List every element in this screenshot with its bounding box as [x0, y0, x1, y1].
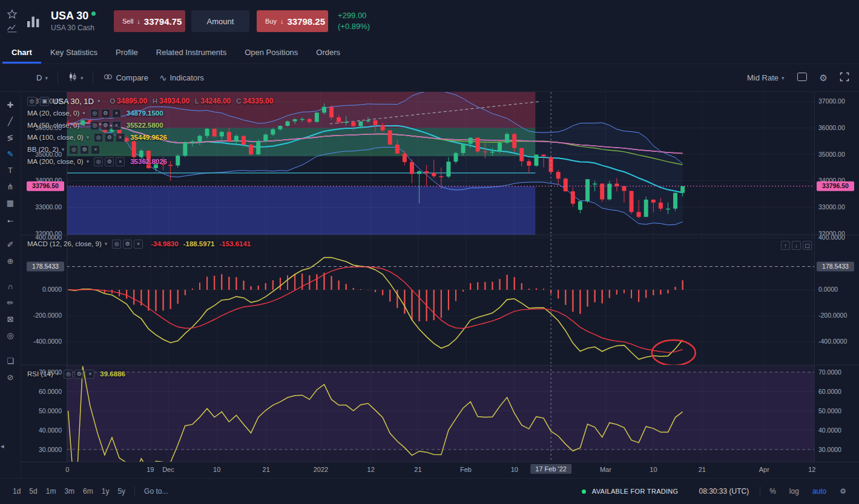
price-panel: 37000.0037000.0036000.0036000.0035000.00…: [21, 92, 859, 235]
range-5y-button[interactable]: 5y: [113, 485, 130, 498]
arrow-left-tool[interactable]: ←: [2, 211, 18, 227]
range-1m-button[interactable]: 1m: [42, 485, 61, 498]
chevron-down-icon[interactable]: ▾: [62, 146, 65, 152]
forecast-tool[interactable]: ▦: [2, 195, 18, 211]
goto-button[interactable]: Go to...: [140, 485, 172, 498]
range-1d-button[interactable]: 1d: [8, 485, 25, 498]
magnet-tool[interactable]: ∩: [2, 278, 18, 294]
indicator-settings-icon[interactable]: ⚙: [123, 240, 132, 249]
crosshair-tool[interactable]: ✚: [2, 97, 18, 113]
measure-tool[interactable]: ✐: [2, 237, 18, 252]
auto-scale-button[interactable]: auto: [808, 485, 831, 498]
pane-up-button[interactable]: ↑: [781, 241, 790, 250]
range-3m-button[interactable]: 3m: [60, 485, 79, 498]
lock-drawings-tool[interactable]: ⊠: [2, 311, 18, 327]
visibility-toggle-icon[interactable]: ◎: [64, 370, 73, 379]
bottom-settings-gear-icon[interactable]: ⚙: [835, 485, 851, 498]
eye-icon[interactable]: ◎: [27, 97, 36, 106]
remove-indicator-icon[interactable]: ×: [112, 121, 121, 130]
text-tool[interactable]: T: [2, 162, 18, 178]
mid-rate-select[interactable]: Mid Rate ▾: [746, 71, 786, 85]
chart-type-select[interactable]: ▾: [67, 70, 85, 86]
svg-text:30.0000: 30.0000: [39, 446, 62, 453]
remove-indicator-icon[interactable]: ×: [116, 157, 125, 166]
chevron-down-icon[interactable]: ▾: [82, 110, 85, 116]
zoom-in-tool[interactable]: ⊕: [2, 253, 18, 269]
indicator-settings-icon[interactable]: ⚙: [101, 109, 110, 118]
collapse-panel-icon[interactable]: ◂: [1, 442, 4, 450]
rsi-chart[interactable]: 70.000070.000060.000060.000050.000050.00…: [21, 365, 859, 462]
trend-line-tool[interactable]: ╱: [2, 113, 18, 129]
chevron-down-icon[interactable]: ▾: [87, 159, 90, 165]
visibility-toggle-icon[interactable]: ◎: [90, 109, 99, 118]
snapshot-button[interactable]: [795, 70, 809, 86]
drawing-mode-tool[interactable]: ✏: [2, 295, 18, 310]
indicator-legends: MA (20, close, 0)▾◎⚙×34879.1500MA (50, c…: [27, 107, 273, 168]
time-axis[interactable]: 019Dec102120221221Feb10Mar1021Apr1217 Fe…: [21, 462, 859, 478]
svg-text:-400.0000: -400.0000: [33, 338, 62, 345]
remove-indicator-icon[interactable]: ×: [116, 133, 125, 142]
buy-button[interactable]: Buy ↓ 33798.25: [257, 10, 328, 32]
market-open-dot: [91, 11, 96, 16]
maximize-icon[interactable]: ▣: [40, 97, 49, 106]
fib-retracement-tool[interactable]: ≶: [2, 129, 18, 145]
percent-scale-button[interactable]: %: [765, 485, 780, 498]
brush-tool[interactable]: ✎: [2, 146, 18, 162]
xabcd-pattern-tool[interactable]: ⋔: [2, 178, 18, 194]
crosshair-time-badge: 17 Feb '22: [530, 464, 571, 474]
tab-orders[interactable]: Orders: [307, 42, 349, 64]
indicator-settings-icon[interactable]: ⚙: [101, 121, 110, 130]
indicator-settings-icon[interactable]: ⚙: [80, 145, 89, 154]
remove-indicator-icon[interactable]: ×: [85, 370, 94, 379]
chevron-down-icon[interactable]: ▾: [97, 98, 100, 104]
indicator-settings-icon[interactable]: ⚙: [105, 157, 114, 166]
indicator-settings-icon[interactable]: ⚙: [105, 133, 114, 142]
toolbar-right: Mid Rate ▾ ⚙: [746, 70, 851, 86]
tab-profile[interactable]: Profile: [107, 42, 147, 64]
range-1y-button[interactable]: 1y: [97, 485, 114, 498]
chevron-down-icon[interactable]: ▾: [105, 241, 108, 247]
compare-button[interactable]: Compare: [102, 70, 149, 86]
visibility-toggle-icon[interactable]: ◎: [69, 145, 78, 154]
sketch-icon[interactable]: [6, 22, 18, 34]
indicator-settings-icon[interactable]: ⚙: [74, 370, 84, 379]
log-scale-button[interactable]: log: [785, 485, 803, 498]
visibility-toggle-icon[interactable]: ◎: [112, 240, 121, 249]
chevron-down-icon[interactable]: ▾: [87, 134, 90, 140]
range-6m-button[interactable]: 6m: [79, 485, 97, 498]
tab-chart[interactable]: Chart: [2, 42, 41, 64]
pane-down-button[interactable]: ↓: [792, 241, 801, 250]
star-icon[interactable]: [6, 8, 18, 21]
indicators-button[interactable]: ∿ Indicators: [158, 70, 205, 86]
chevron-down-icon[interactable]: ▾: [82, 122, 85, 128]
interval-select[interactable]: D ▾: [35, 71, 49, 85]
svg-text:40.0000: 40.0000: [39, 427, 62, 434]
time-label: 12: [367, 466, 375, 473]
settings-gear-icon[interactable]: ⚙: [818, 70, 829, 86]
visibility-toggle-icon[interactable]: ◎: [90, 121, 99, 130]
object-tree-tool[interactable]: ❏: [2, 353, 18, 368]
fullscreen-button[interactable]: [838, 70, 851, 86]
change-value: +299.00: [338, 10, 370, 21]
visibility-toggle-icon[interactable]: ◎: [94, 133, 103, 142]
hide-drawings-tool[interactable]: ◎: [2, 327, 18, 343]
remove-drawings-tool[interactable]: ⊘: [2, 369, 18, 385]
tab-key-statistics[interactable]: Key Statistics: [41, 42, 107, 64]
remove-indicator-icon[interactable]: ×: [91, 145, 100, 154]
svg-text:-200.0000: -200.0000: [33, 312, 62, 319]
macd-chart[interactable]: 400.0000400.00000.00000.0000-200.0000-20…: [21, 235, 859, 365]
visibility-toggle-icon[interactable]: ◎: [94, 157, 103, 166]
tab-open-positions[interactable]: Open Positions: [235, 42, 307, 64]
pane-maximize-button[interactable]: ▢: [803, 241, 812, 250]
sell-button[interactable]: Sell ↓ 33794.75: [114, 10, 185, 32]
tab-related-instruments[interactable]: Related Instruments: [147, 42, 235, 64]
time-label: 21: [263, 466, 270, 473]
remove-indicator-icon[interactable]: ×: [112, 109, 121, 118]
chevron-down-icon[interactable]: ▾: [56, 371, 59, 377]
remove-indicator-icon[interactable]: ×: [134, 240, 143, 249]
macd-legend: MACD (12, 26, close, 9) ▾ ◎⚙× -34.9830-1…: [27, 238, 251, 250]
range-5d-button[interactable]: 5d: [25, 485, 41, 498]
time-label: 0: [65, 466, 69, 473]
time-label: 12: [808, 466, 815, 473]
amount-button[interactable]: Amount: [191, 10, 249, 32]
